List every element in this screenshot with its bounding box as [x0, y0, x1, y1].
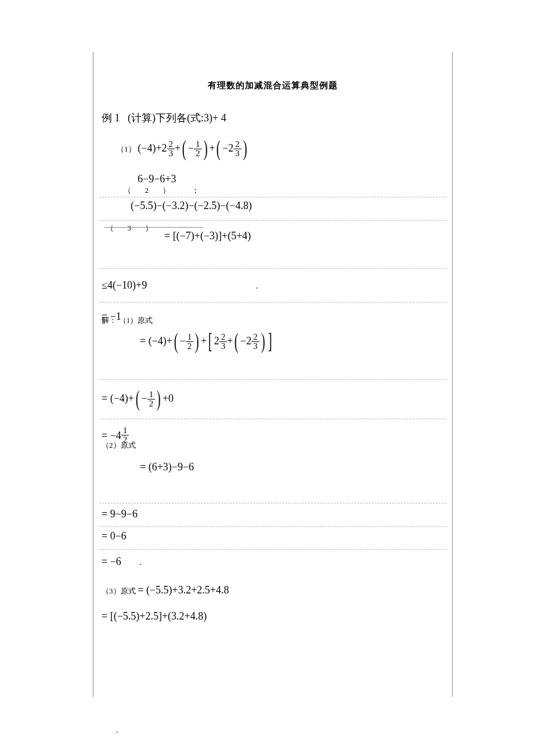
eq-neg1: = −1: [102, 311, 121, 323]
sol1-step1: = (−4)+(−12)+[223+(−223)]: [99, 327, 446, 357]
example-text-overlay: (计算)下列各(式:3)+ 4: [128, 112, 226, 124]
sol3-step1-expr: = (−5.5)+3.2+2.5+4.8: [138, 584, 229, 596]
sol2-step1: = (6+3)−9−6: [99, 454, 446, 480]
sol1-step2-expr: = (−4)+(−12)+0: [102, 393, 174, 404]
blank-row-2: [99, 357, 446, 380]
item-1-expr: (−4)+223+(−12)+(−223): [138, 142, 248, 154]
sol2-label: （2）原式: [102, 440, 136, 451]
sol1-step1-expr: = (−4)+(−12)+[223+(−223)]: [140, 335, 274, 347]
paren-2-line: （ 2 ） ；: [117, 185, 444, 196]
example-1-heading: 例 1 (计算)下列各(式:3)+ 4: [99, 109, 446, 134]
document-content: 有理数的加减混合运算典型例题 例 1 (计算)下列各(式:3)+ 4 （1） (…: [93, 52, 453, 697]
leq-4-10-9: ≤4(−10)+9: [102, 279, 147, 291]
blank-row-3: [99, 480, 446, 503]
sol2-step1-expr: = (6+3)−9−6: [140, 461, 194, 473]
sol-1-text: （1）原式: [119, 316, 153, 325]
sol2-step4-expr: = −6: [102, 556, 121, 567]
dot: .: [256, 281, 258, 290]
example-label: 例 1: [102, 112, 120, 124]
item-2-block: 6−9−6+3 （ 2 ） ；: [99, 173, 446, 197]
sol2-step4: = −6 .: [99, 550, 446, 581]
page: 有理数的加减混合运算典型例题 例 1 (计算)下列各(式:3)+ 4 （1） (…: [0, 0, 534, 756]
sol1-step2: = (−4)+(−12)+0: [99, 380, 446, 419]
sol2-step2-expr: = 9−9−6: [102, 508, 138, 520]
expr-6963: 6−9−6+3: [117, 173, 444, 185]
footer-dot: .: [0, 697, 534, 735]
item-1: （1） (−4)+223+(−12)+(−223): [99, 134, 446, 173]
sol1-final: = −412 （2）原式: [99, 419, 446, 454]
strike-line: [104, 227, 203, 228]
paren-3-block: （ 3 ） = [(−7)+(−3)]+(5+4): [99, 221, 446, 246]
sol3-step1: （3）原式 = (−5.5)+3.2+2.5+4.8: [99, 581, 446, 608]
sol3-step2: = [(−5.5)+2.5]+(3.2+4.8): [99, 608, 446, 631]
expr-55: (−5.5)−(−3.2)−(−2.5)−(−4.8): [117, 200, 444, 212]
blank-row-1: [99, 246, 446, 269]
item-1-label: （1）: [117, 145, 136, 153]
sol3-label: （3）原式: [102, 586, 136, 595]
sol3-step2-expr: = [(−5.5)+2.5]+(3.2+4.8): [102, 610, 207, 622]
sol2-step3-expr: = 0−6: [102, 530, 127, 542]
solution-start: = −1 解： （1）原式: [99, 303, 446, 327]
sol2-step2: = 9−9−6: [99, 503, 446, 527]
item-3-expr-row: (−5.5)−(−3.2)−(−2.5)−(−4.8): [99, 197, 446, 221]
sol2-step3: = 0−6: [99, 527, 446, 550]
doc-title: 有理数的加减混合运算典型例题: [99, 52, 446, 109]
item-4-row: ≤4(−10)+9 .: [99, 269, 446, 303]
eq-7-3-5-4: = [(−7)+(−3)]+(5+4): [106, 230, 444, 242]
